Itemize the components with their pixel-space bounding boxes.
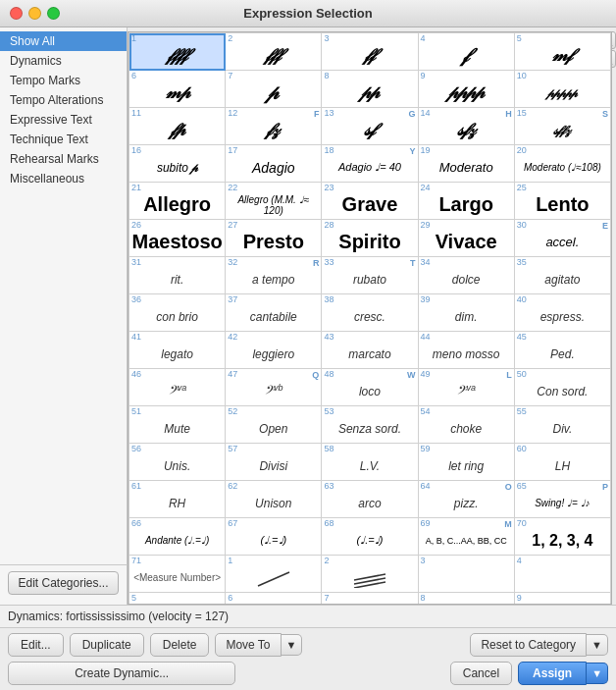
cell-4[interactable]: 4 𝒻 [418,33,514,71]
cell-48[interactable]: 48 W loco [322,369,418,406]
reset-button[interactable]: Reset to Category [470,633,587,657]
cell-78[interactable]: 7 [322,593,418,606]
cell-26[interactable]: 26 Maestoso [129,220,226,257]
cell-30[interactable]: 30 E accel. [514,220,610,257]
edit-categories-button[interactable]: Edit Categories... [8,571,119,595]
cell-25[interactable]: 25 Lento [514,183,610,220]
cell-22[interactable]: 22 Allegro (M.M. ♩≈ 120) [226,183,322,220]
cell-21[interactable]: 21 Allegro [129,183,226,220]
cell-14[interactable]: 14 H 𝓈𝒻𝓏 [418,108,514,145]
cell-67[interactable]: 67 (♩.=♩) [226,518,322,556]
cell-1[interactable]: 1 𝒻𝒻𝒻𝒻 [129,33,226,71]
cell-61[interactable]: 61 RH [129,481,226,518]
cell-9[interactable]: 9 𝓅𝓅𝓅𝓅 [418,71,514,108]
cell-42[interactable]: 42 leggiero [226,332,322,369]
cell-36[interactable]: 36 con brio [129,294,226,332]
cell-57[interactable]: 57 Divisi [226,444,322,481]
cell-12[interactable]: 12 F 𝒻𝓏 [226,108,322,145]
cell-27[interactable]: 27 Presto [226,220,322,257]
cell-72[interactable]: 1 [226,556,322,593]
cell-40[interactable]: 40 espress. [514,294,610,332]
sidebar-item-tempo-alterations[interactable]: Tempo Alterations [0,90,127,110]
expression-grid[interactable]: 1 𝒻𝒻𝒻𝒻 2 𝒻𝒻𝒻 3 𝒻𝒻 4 [128,31,612,605]
cell-31[interactable]: 31 rit. [129,257,226,294]
sidebar-item-expressive-text[interactable]: Expressive Text [0,110,127,130]
cell-51[interactable]: 51 Mute [129,406,226,444]
assign-arrow-button[interactable]: ▼ [587,663,608,684]
cell-13[interactable]: 13 G 𝓈𝒻 [322,108,418,145]
cell-44[interactable]: 44 meno mosso [418,332,514,369]
cell-38[interactable]: 38 cresc. [322,294,418,332]
sidebar-item-technique-text[interactable]: Technique Text [0,130,127,149]
sidebar-item-miscellaneous[interactable]: Miscellaneous [0,169,127,188]
cell-29[interactable]: 29 Vivace [418,220,514,257]
cell-49[interactable]: 49 L 𝄢va [418,369,514,406]
cell-56[interactable]: 56 Unis. [129,444,226,481]
cell-37[interactable]: 37 cantabile [226,294,322,332]
cell-69[interactable]: 69 M A, B, C...AA, BB, CC [418,518,514,556]
move-to-button[interactable]: Move To [215,633,281,657]
cell-11[interactable]: 11 𝒻𝓅 [129,108,226,145]
cell-77[interactable]: 6 [226,593,322,606]
maximize-button[interactable] [47,7,60,20]
edit-button[interactable]: Edit... [8,633,64,657]
sidebar-item-rehearsal-marks[interactable]: Rehearsal Marks [0,149,127,169]
reset-arrow-button[interactable]: ▼ [587,634,608,656]
cell-46[interactable]: 46 𝄢va [129,369,226,406]
cell-76[interactable]: 5 [129,593,226,606]
cell-16[interactable]: 16 subito 𝓅 [129,145,226,183]
cell-24[interactable]: 24 Largo [418,183,514,220]
cell-66[interactable]: 66 Andante (♩.=♩) [129,518,226,556]
cell-3[interactable]: 3 𝒻𝒻 [322,33,418,71]
cell-54[interactable]: 54 choke [418,406,514,444]
cell-47[interactable]: 47 Q 𝄢vb [226,369,322,406]
cell-43[interactable]: 43 marcato [322,332,418,369]
cell-28[interactable]: 28 Spirito [322,220,418,257]
cell-63[interactable]: 63 arco [322,481,418,518]
sidebar-item-dynamics[interactable]: Dynamics [0,51,127,71]
cell-74[interactable]: 3 [418,556,514,593]
cell-45[interactable]: 45 Ped. [514,332,610,369]
cell-2[interactable]: 2 𝒻𝒻𝒻 [226,33,322,71]
cell-80[interactable]: 9 [514,593,610,606]
cell-6[interactable]: 6 𝓂𝓅 [129,71,226,108]
cell-18[interactable]: 18 Y Adagio ♩= 40 [322,145,418,183]
cell-39[interactable]: 39 dim. [418,294,514,332]
cell-60[interactable]: 60 LH [514,444,610,481]
cell-17[interactable]: 17 Adagio [226,145,322,183]
delete-button[interactable]: Delete [150,633,210,657]
cell-41[interactable]: 41 legato [129,332,226,369]
cell-79[interactable]: 8 [418,593,514,606]
cell-70[interactable]: 70 1, 2, 3, 4 [514,518,610,556]
cell-65[interactable]: 65 P Swing! ♩= ♩♪ [514,481,610,518]
create-dynamic-button[interactable]: Create Dynamic... [8,662,235,685]
cell-35[interactable]: 35 agitato [514,257,610,294]
cell-58[interactable]: 58 L.V. [322,444,418,481]
cell-32[interactable]: 32 R a tempo [226,257,322,294]
cell-33[interactable]: 33 T rubato [322,257,418,294]
move-to-arrow-button[interactable]: ▼ [282,634,303,656]
cell-68[interactable]: 68 (♩.=♩) [322,518,418,556]
cell-7[interactable]: 7 𝓅 [226,71,322,108]
cell-53[interactable]: 53 Senza sord. [322,406,418,444]
duplicate-button[interactable]: Duplicate [70,633,144,657]
cell-15[interactable]: 15 S 𝓈𝒻𝒻𝓏 [514,108,610,145]
cell-55[interactable]: 55 Div. [514,406,610,444]
cell-34[interactable]: 34 dolce [418,257,514,294]
cell-5[interactable]: 5 𝓂𝒻 [514,33,610,71]
cancel-button[interactable]: Cancel [450,662,512,685]
cell-59[interactable]: 59 let ring [418,444,514,481]
cell-19[interactable]: 19 Moderato [418,145,514,183]
close-button[interactable] [10,7,23,20]
sidebar-item-show-all[interactable]: Show All [0,31,127,51]
cell-23[interactable]: 23 Grave [322,183,418,220]
cell-62[interactable]: 62 Unison [226,481,322,518]
window-controls[interactable] [10,7,60,20]
sidebar-item-tempo-marks[interactable]: Tempo Marks [0,71,127,90]
cell-73[interactable]: 2 [322,556,418,593]
cell-64[interactable]: 64 O pizz. [418,481,514,518]
assign-button[interactable]: Assign [518,662,587,685]
cell-75[interactable]: 4 [514,556,610,593]
cell-8[interactable]: 8 𝓅𝓅 [322,71,418,108]
minimize-button[interactable] [28,7,41,20]
